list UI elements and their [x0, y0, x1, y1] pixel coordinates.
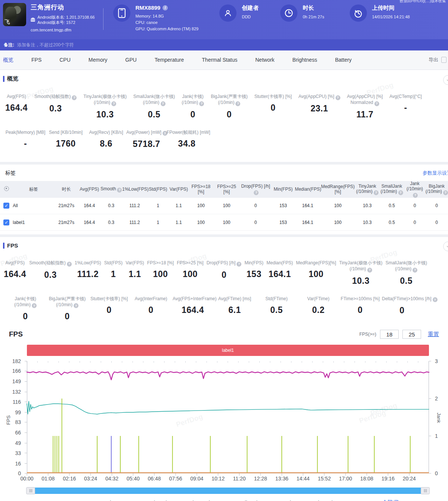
table-column-header: 1%Low(FPS)? ?: [122, 181, 147, 198]
fps-card: PerfDog PerfDog PerfDog PerfDog PerfDog …: [0, 237, 448, 501]
help-icon[interactable]: ?: [443, 190, 448, 195]
reset-link[interactable]: 重置: [428, 331, 439, 338]
tab-item[interactable]: FPS: [22, 57, 50, 64]
device-model: RMX8899: [136, 4, 161, 11]
right-axis-label: Jank: [436, 413, 442, 423]
android-icon: [31, 18, 35, 22]
legend-item[interactable]: 1%Low(FPS): [123, 500, 167, 501]
metric-value: 23.1: [299, 104, 340, 114]
metric-value: 100: [296, 269, 336, 279]
legend-item[interactable]: FPS: [49, 500, 72, 501]
metric-value: 0: [207, 270, 241, 280]
legend-item[interactable]: SmallJank: [221, 500, 259, 501]
remark-input-placeholder[interactable]: 添加备注，不超过200个字符: [17, 42, 74, 48]
legend-item[interactable]: Stutter: [344, 500, 372, 501]
help-icon[interactable]: ?: [413, 268, 417, 273]
game-app-icon: [3, 3, 26, 26]
help-icon[interactable]: ?: [32, 303, 37, 308]
legend-item[interactable]: BigJank: [302, 500, 334, 501]
main-tab-bar: 概览 FPS CPU Memory GPU Temperature Therma…: [0, 50, 448, 70]
help-icon[interactable]: ?: [161, 101, 166, 106]
legend-item[interactable]: Smooth: [82, 500, 113, 501]
labels-table: 标签? ? 时长? ? Avg(FPS)? ? Smooth? ? 1%Low(…: [0, 181, 448, 231]
metric-value: 100: [147, 269, 174, 279]
y-axis-tick: 3: [435, 358, 438, 364]
help-icon[interactable]: ?: [74, 303, 78, 308]
table-cell: 0.3: [100, 214, 122, 231]
y-axis-tick: 132: [12, 389, 21, 395]
x-axis-tick: 14:44: [297, 476, 310, 482]
chart-range-scrollbar[interactable]: [27, 488, 429, 494]
help-icon[interactable]: ?: [199, 101, 204, 106]
help-icon[interactable]: ?: [117, 188, 122, 193]
tab-item[interactable]: Temperature: [146, 57, 193, 64]
range-handle-left[interactable]: [26, 487, 35, 494]
table-cell: 0.5: [379, 198, 404, 214]
legend-item[interactable]: Jank: [269, 500, 293, 501]
x-axis-tick: 01:08: [41, 476, 55, 482]
remark-bar[interactable]: 备注: 添加备注，不超过200个字符: [0, 39, 448, 50]
help-icon[interactable]: ?: [237, 262, 241, 267]
left-axis-label: FPS: [6, 415, 11, 425]
help-icon[interactable]: ?: [72, 95, 77, 100]
x-axis-tick: 19:16: [381, 476, 395, 482]
metric-tile: Avg(FPS)? ? 164.4: [4, 260, 26, 286]
metric-tile: Drop(FPS) [/h]? ? 0: [207, 260, 241, 286]
table-cell: 164.1: [295, 214, 321, 231]
help-icon[interactable]: ?: [367, 268, 372, 273]
android-version-name: Android版本名: 1.201.37108.66: [37, 15, 95, 20]
table-cell: 0: [240, 214, 272, 231]
metric-value: 8.6: [86, 139, 126, 149]
chart-canvas[interactable]: [27, 361, 429, 473]
parameter-display-settings-link[interactable]: 参数显示设置: [423, 170, 448, 176]
help-icon[interactable]: ?: [374, 101, 379, 106]
legend-item[interactable]: TinyJank: [177, 500, 211, 501]
table-cell: 1.1: [169, 198, 188, 214]
export-button[interactable]: 导出: [429, 56, 447, 63]
table-column-header: Smooth? ?: [100, 181, 122, 198]
fps-threshold-input-1[interactable]: [380, 330, 399, 339]
fps-chart-plot: 0163349668399116132149166182 0123 FPS Ja…: [27, 361, 429, 473]
metric-tile: Avg(InterFrame)? ? 0: [131, 296, 171, 322]
help-icon[interactable]: ?: [111, 101, 116, 106]
help-icon[interactable]: ?: [67, 262, 72, 267]
creator-value: DDD: [242, 14, 259, 20]
tab-item[interactable]: Thermal Status: [193, 57, 246, 64]
help-icon[interactable]: ?: [398, 190, 403, 195]
table-cell: 100: [321, 198, 355, 214]
overview-section-title: 概览: [7, 75, 18, 82]
tab-item[interactable]: Brightness: [284, 57, 326, 64]
y-axis-tick: 99: [15, 409, 21, 415]
fps-threshold-input-2[interactable]: [402, 330, 421, 339]
tab-item[interactable]: 概览: [0, 57, 22, 64]
help-icon[interactable]: ?: [433, 297, 438, 302]
help-icon[interactable]: ?: [254, 190, 259, 195]
metric-value: 0.5: [386, 276, 427, 286]
visibility-eye-icon[interactable]: [4, 186, 9, 191]
row-checkbox[interactable]: ✓: [3, 203, 9, 209]
table-column-header: FPS>=18 [%]? ?: [189, 181, 214, 198]
tab-item[interactable]: Battery: [326, 57, 361, 64]
table-cell: 0: [240, 198, 272, 214]
table-cell: 100: [189, 198, 214, 214]
hide-all-link[interactable]: 全隐藏: [382, 499, 399, 501]
help-icon[interactable]: ?: [413, 193, 418, 198]
y-axis-tick: 1: [435, 433, 438, 439]
help-icon[interactable]: ?: [235, 101, 240, 106]
device-info-icon[interactable]: i: [163, 5, 168, 10]
metric-tile: Std(FTime)? ? 0.5: [256, 296, 297, 322]
help-icon[interactable]: ?: [374, 190, 379, 195]
tab-item[interactable]: Network: [246, 57, 283, 64]
metric-value: 0: [382, 305, 422, 316]
tab-item[interactable]: GPU: [116, 57, 145, 64]
row-checkbox[interactable]: ✓: [3, 219, 9, 225]
tab-item[interactable]: CPU: [50, 57, 80, 64]
table-column-header: Median(FPS)? ?: [295, 181, 321, 198]
help-icon[interactable]: ?: [336, 95, 340, 100]
export-menu-icon[interactable]: [441, 57, 447, 63]
range-handle-right[interactable]: [421, 487, 430, 494]
metric-tile: Smooth(稳帧指数)? ? 0.3: [29, 260, 71, 286]
tab-item[interactable]: Memory: [80, 57, 117, 64]
table-column-header: 时长? ?: [54, 181, 78, 198]
table-row: ✓label121m27s164.40.3111.211.11001000153…: [0, 214, 448, 231]
